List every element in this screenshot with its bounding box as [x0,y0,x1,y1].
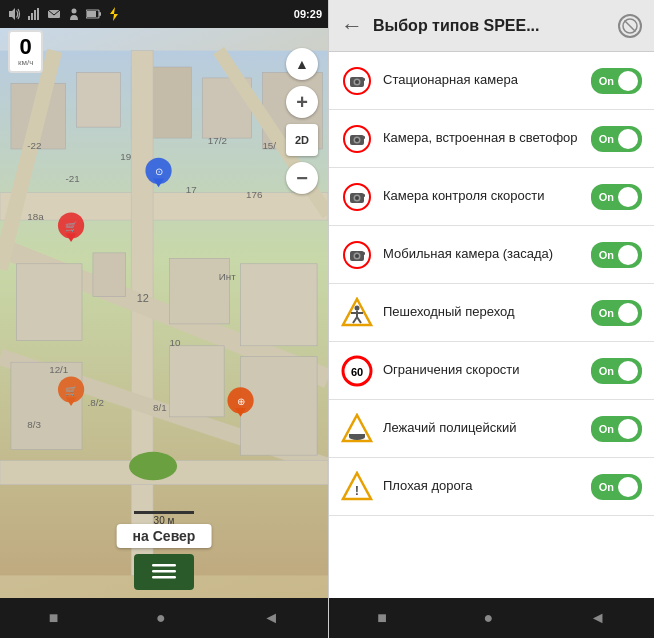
svg-rect-8 [99,12,101,16]
svg-rect-59 [152,564,176,567]
settings-panel: ← Выбор типов SPEE... [328,0,654,638]
svg-marker-0 [9,8,15,20]
mobile-camera-icon [341,239,373,271]
traffic-light-camera-toggle[interactable]: On [591,126,642,152]
stationary-camera-icon [341,65,373,97]
settings-header: ← Выбор типов SPEE... [329,0,654,52]
toggle-label: On [599,423,614,435]
zoom-out-button[interactable]: − [286,162,318,194]
nav-bar-right: ■ ● ◄ [329,598,654,638]
svg-text:17/2: 17/2 [208,135,227,146]
status-icons [6,6,122,22]
stationary-camera-label: Стационарная камера [383,72,581,89]
bad-road-toggle[interactable]: On [591,474,642,500]
stop-button[interactable]: ■ [49,609,59,627]
speed-bump-icon [341,413,373,445]
svg-point-85 [355,305,360,310]
speed-control-camera-toggle[interactable]: On [591,184,642,210]
svg-text:⊙: ⊙ [155,166,163,177]
speed-limit-icon: 60 [341,355,373,387]
svg-rect-83 [361,252,365,255]
menu-button[interactable] [134,554,194,590]
toggle-label: On [599,249,614,261]
list-item: Мобильная камера (засада) On [329,226,654,284]
north-button[interactable]: на Север [117,524,212,548]
bad-road-icon: ! [341,471,373,503]
list-item: ! Плохая дорога On [329,458,654,516]
settings-list: Стационарная камера On Кам [329,52,654,598]
svg-rect-27 [11,362,82,449]
svg-rect-78 [361,194,365,197]
svg-rect-1 [28,16,30,20]
speed-control-camera-label: Камера контроля скорости [383,188,581,205]
svg-text:🛒: 🛒 [65,220,78,233]
mobile-camera-toggle[interactable]: On [591,242,642,268]
battery-icon [86,6,102,22]
bad-road-label: Плохая дорога [383,478,581,495]
nav-bar-left: ■ ● ◄ [0,598,328,638]
svg-rect-61 [152,576,176,579]
home-button-right[interactable]: ● [484,609,494,627]
map-controls: ▲ + 2D − [286,48,318,194]
lightning-icon [106,6,122,22]
toggle-label: On [599,133,614,145]
svg-rect-2 [31,13,33,20]
svg-rect-26 [241,264,318,346]
svg-text:17: 17 [186,184,197,195]
toggle-knob [618,303,638,323]
svg-point-46 [129,452,177,480]
map-area[interactable]: -22 18а 17/2 15/ -21 19 17 176 12 Инт 10… [0,28,328,598]
speed-bump-label: Лежачий полицейский [383,420,581,437]
toggle-knob [618,71,638,91]
stationary-camera-toggle[interactable]: On [591,68,642,94]
speed-control-camera-icon [341,181,373,213]
svg-text:8/3: 8/3 [27,419,41,430]
zoom-in-button[interactable]: + [286,86,318,118]
speed-limit-toggle[interactable]: On [591,358,642,384]
toggle-knob [618,245,638,265]
status-bar: 09:29 [0,0,328,28]
list-item: Камера контроля скорости On [329,168,654,226]
svg-rect-68 [361,78,365,81]
svg-point-72 [355,138,359,142]
pedestrian-crossing-toggle[interactable]: On [591,300,642,326]
svg-rect-73 [361,136,365,139]
stop-button-right[interactable]: ■ [377,609,387,627]
svg-rect-28 [169,346,224,417]
toggle-knob [618,129,638,149]
svg-point-67 [355,80,359,84]
svg-text:Инт: Инт [219,271,236,282]
speed-display: 0 км/ч [8,30,43,73]
2d-mode-button[interactable]: 2D [286,124,318,156]
status-time: 09:29 [294,8,322,20]
svg-text:176: 176 [246,189,263,200]
traffic-light-camera-icon [341,123,373,155]
svg-rect-17 [0,193,328,220]
toggle-label: On [599,365,614,377]
pedestrian-crossing-label: Пешеходный переход [383,304,581,321]
disable-all-button[interactable] [618,14,642,38]
svg-line-63 [625,20,636,31]
toggle-label: On [599,481,614,493]
svg-text:.8/2: .8/2 [87,397,103,408]
svg-text:15/: 15/ [262,140,276,151]
back-button-right[interactable]: ◄ [590,609,606,627]
svg-rect-23 [16,264,82,341]
svg-text:12: 12 [137,292,149,304]
svg-rect-25 [169,258,229,324]
svg-rect-3 [34,10,36,20]
speed-bump-toggle[interactable]: On [591,416,642,442]
envelope-icon [46,6,62,22]
home-button[interactable]: ● [156,609,166,627]
map-panel: 09:29 0 км/ч [0,0,328,638]
alert-button[interactable]: ▲ [286,48,318,80]
back-button[interactable]: ← [341,13,363,39]
svg-marker-10 [110,7,118,21]
settings-title: Выбор типов SPEE... [373,17,608,35]
back-button-left[interactable]: ◄ [263,609,279,627]
speed-value: 0 [18,36,33,58]
toggle-label: On [599,75,614,87]
svg-text:🛒: 🛒 [65,384,78,397]
svg-line-89 [357,317,361,323]
toggle-knob [618,361,638,381]
